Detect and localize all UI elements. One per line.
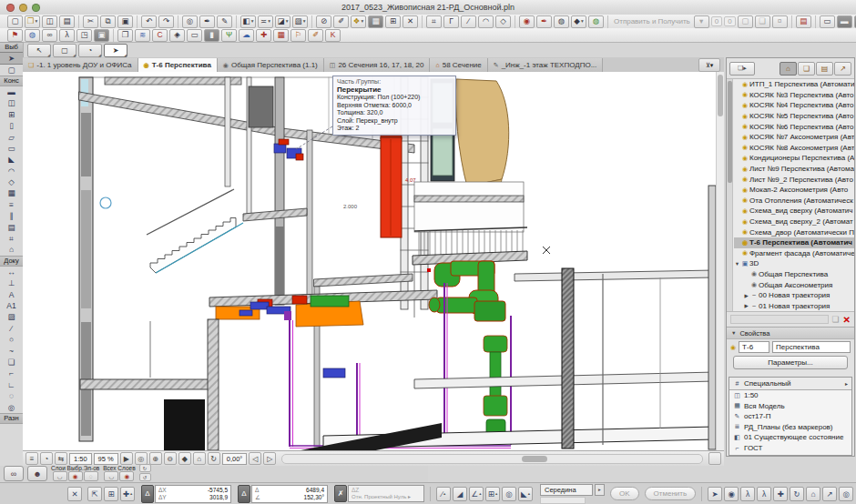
changes-manager-icon[interactable]: ▤: [796, 15, 811, 28]
fill-tool-icon[interactable]: ▨: [0, 311, 23, 322]
clone-folder-icon[interactable]: ❏: [832, 315, 840, 324]
label-tool-icon[interactable]: A1: [0, 300, 23, 311]
send-receive-label[interactable]: Отправить и Получить: [614, 17, 690, 25]
roof-tool-icon[interactable]: ◣: [0, 154, 23, 165]
unlock-all-layers-icon[interactable]: ◉: [119, 471, 134, 481]
snap-point-field[interactable]: Середина: [540, 484, 593, 496]
issue-icon[interactable]: ✚: [256, 29, 271, 42]
morph-tool-icon[interactable]: ◇: [0, 176, 23, 187]
open-project-icon[interactable]: ❐: [25, 15, 40, 28]
camera-item[interactable]: Общая Аксонометрия: [734, 279, 854, 290]
quick-options-icon[interactable]: ≡: [25, 452, 38, 465]
inject-parameters-icon[interactable]: ✎: [217, 15, 232, 28]
fill-type-icon[interactable]: ▨: [292, 15, 308, 28]
delete-item-icon[interactable]: ✕: [843, 315, 851, 325]
z-disabled-icon[interactable]: ✗: [334, 485, 347, 502]
path-item[interactable]: ▶ 00 Новая траектория: [734, 290, 854, 301]
tab-section-58[interactable]: ⌂ 58 Сечение: [430, 58, 487, 72]
column-tool-icon[interactable]: ▯: [0, 120, 23, 131]
line-tool-icon[interactable]: ∕: [0, 323, 23, 334]
window-tool-icon[interactable]: ⊞: [0, 109, 23, 120]
z-reference[interactable]: Отн. Проектный Нуль ▸: [352, 494, 421, 500]
mesh-tool-icon[interactable]: ▦: [0, 187, 23, 198]
view-item[interactable]: Схема_двор (Автоматически П: [734, 227, 854, 237]
stretch-icon[interactable]: ◇: [495, 15, 511, 28]
project-map-icon[interactable]: ⌂: [780, 62, 797, 76]
copy-icon[interactable]: ⧉: [100, 15, 116, 28]
grid-origin-icon[interactable]: ⊞: [104, 487, 118, 501]
section-tool-icon[interactable]: ⌐: [0, 368, 23, 378]
teamwork-release-icon[interactable]: ◍: [554, 15, 569, 28]
view-item[interactable]: ИТП_1 Перспектива (Автомати: [734, 79, 854, 90]
arrow-tool-icon[interactable]: ➤: [104, 44, 127, 57]
arrow-tool-icon[interactable]: ➤: [0, 53, 23, 64]
render-brush-icon[interactable]: ✐: [308, 29, 323, 42]
collapse-arrow-icon[interactable]: ▼: [731, 330, 736, 336]
spline-tool-icon[interactable]: ~: [0, 345, 23, 356]
fit-view-icon[interactable]: ⌂: [193, 452, 206, 465]
magic-wand-icon[interactable]: ✐: [333, 15, 349, 28]
angle-snap-icon[interactable]: ∠: [469, 487, 484, 501]
paste-icon[interactable]: ▣: [117, 15, 133, 28]
cutaway-icon[interactable]: ◈: [169, 29, 185, 42]
element-settings-icon[interactable]: ▦: [368, 15, 383, 28]
pan-mode-icon[interactable]: ✚: [773, 487, 788, 501]
glasses-icon[interactable]: ∞: [4, 466, 24, 481]
camera-tool-icon[interactable]: ◎: [0, 401, 23, 412]
add-coordinate-icon[interactable]: ✚: [120, 487, 135, 501]
layer-combination-setting[interactable]: ≣ РД_Планы (без маркеров): [729, 422, 851, 433]
view-item[interactable]: КОСЯК №4 Перспектива (Авто: [734, 100, 854, 111]
drawing-manager-icon[interactable]: ❐: [117, 29, 133, 42]
horizontal-scrollbar[interactable]: [281, 454, 703, 464]
door-tool-icon[interactable]: ◫: [0, 97, 23, 108]
grid-snap-icon[interactable]: ⊞: [485, 487, 500, 501]
solid-display-icon[interactable]: ▣: [94, 29, 109, 42]
split-icon[interactable]: ∕: [461, 15, 476, 28]
text-tool-icon[interactable]: A: [0, 288, 23, 299]
line-type-icon[interactable]: ≍: [258, 15, 273, 28]
walk-mode-icon[interactable]: λ: [59, 29, 75, 42]
dimension-tool-icon[interactable]: ↔: [0, 267, 23, 277]
view-item[interactable]: Кондиционеры Перспектива (А: [734, 153, 854, 164]
hyperlink-icon[interactable]: ∞: [42, 29, 57, 42]
teamwork-pen-icon[interactable]: ✒: [536, 15, 552, 28]
view-item[interactable]: Фрагмент фасада (Автоматиче: [734, 248, 854, 259]
elevation-tool-icon[interactable]: ∟: [0, 379, 23, 390]
update-layers-icon[interactable]: ↻: [139, 464, 151, 472]
window-horizontal-icon[interactable]: ▬: [837, 15, 852, 28]
view-item[interactable]: Лист №9_2 Перспектива (Авто: [734, 174, 854, 185]
orbit-mode-icon[interactable]: ↻: [790, 487, 804, 501]
scrollbar-thumb[interactable]: [522, 456, 547, 462]
close-tracker-icon[interactable]: ✕: [67, 487, 82, 501]
view-id-field[interactable]: Т-6: [739, 341, 769, 353]
tab-t6-perspective[interactable]: ◉ Т-6 Перспектива: [138, 58, 218, 72]
schedule-icon[interactable]: ▦: [273, 29, 289, 42]
next-zoom-icon[interactable]: ▷: [263, 452, 276, 465]
zoom-out-icon[interactable]: ⊖: [164, 452, 177, 465]
view-map-icon[interactable]: ❏: [798, 62, 815, 76]
redo-icon[interactable]: ↷: [158, 15, 174, 28]
view-item[interactable]: Лист №9 Перспектива (Автома: [734, 164, 854, 175]
shell-tool-icon[interactable]: ◠: [0, 166, 23, 176]
dimension-style-setting[interactable]: ⌐ ГОСТ: [729, 443, 851, 454]
path-item[interactable]: ▶ 01 Новая траектория: [734, 300, 854, 311]
scrollbar-thumb[interactable]: [718, 75, 723, 116]
view-item[interactable]: КОСЯК №5 Перспектива (Авто: [734, 111, 854, 122]
walk-person-icon[interactable]: λ: [740, 487, 755, 501]
lock-layer-icon[interactable]: ◉: [68, 471, 83, 481]
parameters-button[interactable]: Параметры...: [733, 356, 848, 369]
favorites-icon[interactable]: ❖: [351, 15, 366, 28]
zoom-selection-icon[interactable]: ◎: [135, 452, 148, 465]
cancel-button[interactable]: Отменить: [645, 487, 697, 500]
polar-fields[interactable]: Δ6489,4 ∠152,30°: [251, 485, 328, 503]
publish-icon[interactable]: ◆: [571, 15, 586, 28]
partial-structure-icon[interactable]: ◳: [76, 29, 92, 42]
hide-layer-icon[interactable]: ◡: [53, 471, 67, 481]
navigator-popout-icon[interactable]: ❏▸: [729, 62, 755, 76]
pen-set-setting[interactable]: ✎ ост17-П: [729, 411, 851, 422]
view-item[interactable]: Ота Отопления (Автоматическ: [734, 196, 854, 207]
beam-tool-icon[interactable]: ▱: [0, 131, 23, 142]
delta-toggle-icon[interactable]: Δ: [141, 485, 154, 503]
fit-icon[interactable]: ⌗: [426, 15, 442, 28]
circle-tool-icon[interactable]: ○: [0, 334, 23, 345]
